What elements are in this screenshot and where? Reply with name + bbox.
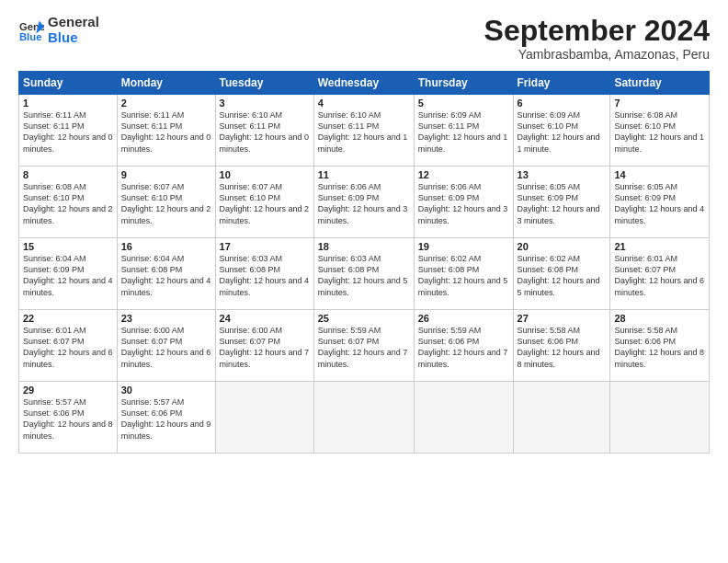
day-info: Sunrise: 5:57 AM Sunset: 6:06 PM Dayligh… [121, 396, 211, 442]
logo: General Blue General Blue [18, 15, 99, 45]
calendar-header-row: Sunday Monday Tuesday Wednesday Thursday… [19, 72, 710, 95]
calendar-day-cell [313, 382, 414, 454]
col-tuesday: Tuesday [215, 72, 313, 95]
day-info: Sunrise: 6:02 AM Sunset: 6:08 PM Dayligh… [418, 253, 509, 298]
day-info: Sunrise: 6:07 AM Sunset: 6:10 PM Dayligh… [220, 181, 310, 226]
day-number: 23 [121, 313, 211, 324]
calendar-day-cell: 24 Sunrise: 6:00 AM Sunset: 6:07 PM Dayl… [215, 310, 313, 382]
calendar-day-cell: 16 Sunrise: 6:04 AM Sunset: 6:08 PM Dayl… [117, 238, 215, 310]
day-number: 18 [318, 241, 410, 252]
day-number: 30 [121, 385, 211, 396]
day-number: 3 [220, 98, 310, 109]
day-info: Sunrise: 6:06 AM Sunset: 6:09 PM Dayligh… [318, 181, 410, 226]
day-number: 2 [121, 98, 211, 109]
svg-text:Blue: Blue [19, 30, 42, 41]
day-number: 13 [518, 169, 607, 180]
day-number: 10 [220, 169, 310, 180]
calendar-day-cell: 14 Sunrise: 6:05 AM Sunset: 6:09 PM Dayl… [610, 167, 710, 238]
calendar-day-cell: 2 Sunrise: 6:11 AM Sunset: 6:11 PM Dayli… [117, 95, 215, 167]
day-number: 19 [418, 241, 509, 252]
calendar-day-cell: 12 Sunrise: 6:06 AM Sunset: 6:09 PM Dayl… [414, 167, 513, 238]
day-info: Sunrise: 5:57 AM Sunset: 6:06 PM Dayligh… [23, 396, 113, 442]
calendar-day-cell [513, 382, 610, 454]
day-number: 7 [614, 98, 705, 109]
calendar-day-cell [414, 382, 513, 454]
day-info: Sunrise: 6:08 AM Sunset: 6:10 PM Dayligh… [614, 109, 705, 155]
month-title: September 2024 [484, 15, 710, 47]
calendar-day-cell: 4 Sunrise: 6:10 AM Sunset: 6:11 PM Dayli… [313, 95, 414, 167]
day-info: Sunrise: 6:03 AM Sunset: 6:08 PM Dayligh… [220, 253, 310, 298]
day-number: 22 [23, 313, 113, 324]
calendar-day-cell: 28 Sunrise: 5:58 AM Sunset: 6:06 PM Dayl… [610, 310, 710, 382]
calendar-day-cell: 10 Sunrise: 6:07 AM Sunset: 6:10 PM Dayl… [215, 167, 313, 238]
day-info: Sunrise: 6:00 AM Sunset: 6:07 PM Dayligh… [220, 325, 310, 370]
calendar-day-cell: 5 Sunrise: 6:09 AM Sunset: 6:11 PM Dayli… [414, 95, 513, 167]
day-info: Sunrise: 6:06 AM Sunset: 6:09 PM Dayligh… [418, 181, 509, 226]
day-info: Sunrise: 6:11 AM Sunset: 6:11 PM Dayligh… [23, 109, 113, 155]
calendar-day-cell [610, 382, 710, 454]
day-info: Sunrise: 6:04 AM Sunset: 6:09 PM Dayligh… [23, 253, 113, 298]
calendar-day-cell: 11 Sunrise: 6:06 AM Sunset: 6:09 PM Dayl… [313, 167, 414, 238]
day-info: Sunrise: 6:10 AM Sunset: 6:11 PM Dayligh… [318, 109, 410, 155]
day-number: 8 [23, 169, 113, 180]
col-friday: Friday [513, 72, 610, 95]
calendar-day-cell: 1 Sunrise: 6:11 AM Sunset: 6:11 PM Dayli… [19, 95, 118, 167]
calendar-day-cell: 26 Sunrise: 5:59 AM Sunset: 6:06 PM Dayl… [414, 310, 513, 382]
calendar-day-cell: 15 Sunrise: 6:04 AM Sunset: 6:09 PM Dayl… [19, 238, 118, 310]
day-number: 24 [220, 313, 310, 324]
subtitle: Yambrasbamba, Amazonas, Peru [484, 47, 710, 62]
calendar-week-row: 1 Sunrise: 6:11 AM Sunset: 6:11 PM Dayli… [19, 95, 710, 167]
calendar-day-cell: 17 Sunrise: 6:03 AM Sunset: 6:08 PM Dayl… [215, 238, 313, 310]
col-thursday: Thursday [414, 72, 513, 95]
col-saturday: Saturday [610, 72, 710, 95]
calendar-day-cell: 21 Sunrise: 6:01 AM Sunset: 6:07 PM Dayl… [610, 238, 710, 310]
day-number: 20 [518, 241, 607, 252]
calendar-week-row: 29 Sunrise: 5:57 AM Sunset: 6:06 PM Dayl… [19, 382, 710, 454]
day-info: Sunrise: 6:02 AM Sunset: 6:08 PM Dayligh… [518, 253, 607, 298]
calendar-week-row: 22 Sunrise: 6:01 AM Sunset: 6:07 PM Dayl… [19, 310, 710, 382]
day-number: 15 [23, 241, 113, 252]
header: General Blue General Blue September 2024… [18, 15, 710, 62]
day-number: 6 [518, 98, 607, 109]
calendar-day-cell: 9 Sunrise: 6:07 AM Sunset: 6:10 PM Dayli… [117, 167, 215, 238]
day-info: Sunrise: 5:59 AM Sunset: 6:07 PM Dayligh… [318, 325, 410, 370]
day-number: 12 [418, 169, 509, 180]
day-info: Sunrise: 6:09 AM Sunset: 6:11 PM Dayligh… [418, 109, 509, 155]
day-number: 25 [318, 313, 410, 324]
calendar-day-cell [215, 382, 313, 454]
day-number: 1 [23, 98, 113, 109]
page: General Blue General Blue September 2024… [0, 0, 728, 563]
col-monday: Monday [117, 72, 215, 95]
day-info: Sunrise: 6:00 AM Sunset: 6:07 PM Dayligh… [121, 325, 211, 370]
calendar-day-cell: 22 Sunrise: 6:01 AM Sunset: 6:07 PM Dayl… [19, 310, 118, 382]
day-number: 16 [121, 241, 211, 252]
day-number: 21 [614, 241, 705, 252]
calendar-day-cell: 7 Sunrise: 6:08 AM Sunset: 6:10 PM Dayli… [610, 95, 710, 167]
day-number: 27 [518, 313, 607, 324]
day-info: Sunrise: 5:58 AM Sunset: 6:06 PM Dayligh… [518, 325, 607, 370]
day-info: Sunrise: 5:59 AM Sunset: 6:06 PM Dayligh… [418, 325, 509, 370]
calendar-day-cell: 30 Sunrise: 5:57 AM Sunset: 6:06 PM Dayl… [117, 382, 215, 454]
calendar-day-cell: 13 Sunrise: 6:05 AM Sunset: 6:09 PM Dayl… [513, 167, 610, 238]
day-number: 14 [614, 169, 705, 180]
day-info: Sunrise: 6:11 AM Sunset: 6:11 PM Dayligh… [121, 109, 211, 155]
calendar-day-cell: 25 Sunrise: 5:59 AM Sunset: 6:07 PM Dayl… [313, 310, 414, 382]
logo-icon: General Blue [18, 17, 44, 43]
col-sunday: Sunday [19, 72, 118, 95]
day-info: Sunrise: 6:09 AM Sunset: 6:10 PM Dayligh… [518, 109, 607, 155]
title-block: September 2024 Yambrasbamba, Amazonas, P… [484, 15, 710, 62]
day-info: Sunrise: 5:58 AM Sunset: 6:06 PM Dayligh… [614, 325, 705, 370]
day-number: 4 [318, 98, 410, 109]
calendar-day-cell: 18 Sunrise: 6:03 AM Sunset: 6:08 PM Dayl… [313, 238, 414, 310]
calendar-day-cell: 3 Sunrise: 6:10 AM Sunset: 6:11 PM Dayli… [215, 95, 313, 167]
day-info: Sunrise: 6:07 AM Sunset: 6:10 PM Dayligh… [121, 181, 211, 226]
calendar-day-cell: 23 Sunrise: 6:00 AM Sunset: 6:07 PM Dayl… [117, 310, 215, 382]
calendar-day-cell: 8 Sunrise: 6:08 AM Sunset: 6:10 PM Dayli… [19, 167, 118, 238]
calendar-day-cell: 20 Sunrise: 6:02 AM Sunset: 6:08 PM Dayl… [513, 238, 610, 310]
day-info: Sunrise: 6:03 AM Sunset: 6:08 PM Dayligh… [318, 253, 410, 298]
day-number: 5 [418, 98, 509, 109]
col-wednesday: Wednesday [313, 72, 414, 95]
day-info: Sunrise: 6:01 AM Sunset: 6:07 PM Dayligh… [614, 253, 705, 298]
day-info: Sunrise: 6:01 AM Sunset: 6:07 PM Dayligh… [23, 325, 113, 370]
day-number: 29 [23, 385, 113, 396]
